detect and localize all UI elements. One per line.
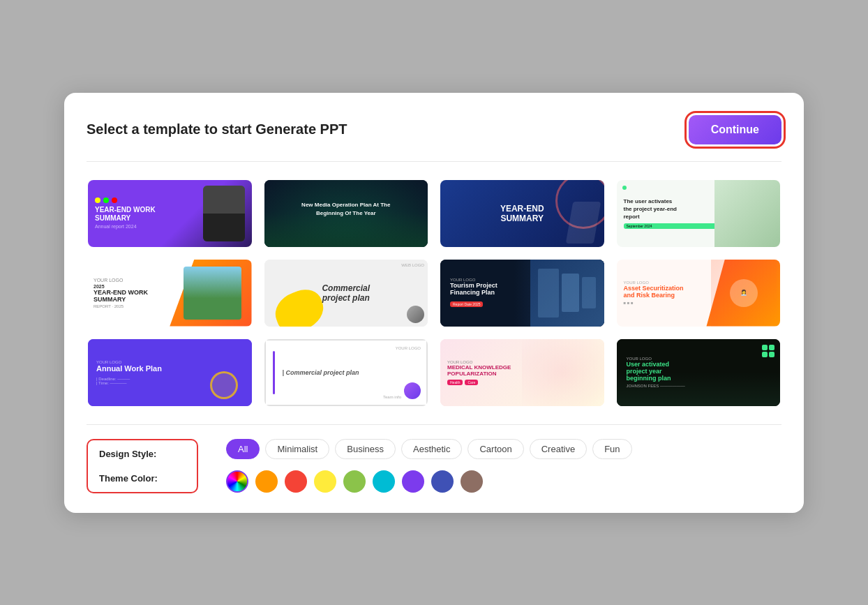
template-card-2[interactable]: New Media Operation Plan At TheBeginning…	[263, 179, 430, 248]
color-swatch-green[interactable]	[343, 470, 366, 493]
template-card-3[interactable]: YEAR-ENDSUMMARY	[439, 179, 606, 248]
card-badge-7: Report Date 2025	[450, 301, 483, 307]
filter-btn-creative[interactable]: Creative	[530, 439, 587, 459]
modal-header: Select a template to start Generate PPT …	[87, 115, 781, 144]
card-title-12: User activatedproject yearbeginning plan	[627, 361, 771, 382]
card-title-2: New Media Operation Plan At TheBeginning…	[301, 201, 390, 216]
card-photo-1	[203, 186, 245, 241]
template-modal: Select a template to start Generate PPT …	[64, 93, 804, 513]
color-swatch-brown[interactable]	[461, 470, 483, 493]
color-swatch-yellow[interactable]	[314, 470, 336, 493]
filter-btn-fun[interactable]: Fun	[592, 439, 631, 459]
templates-grid: YEAR-END WORKSUMMARY Annual report 2024 …	[87, 179, 781, 408]
template-card-12[interactable]: YOUR LOGO User activatedproject yearbegi…	[615, 338, 782, 408]
color-swatches-row	[226, 470, 781, 493]
template-card-8[interactable]: 👩‍💼 YOUR LOGO Asset Securitizationand Ri…	[615, 258, 782, 328]
card-title-5: YEAR-END WORKSUMMARY	[93, 289, 148, 303]
color-swatch-orange[interactable]	[255, 470, 278, 493]
filter-btn-minimalist[interactable]: Minimalist	[265, 439, 329, 459]
modal-title: Select a template to start Generate PPT	[87, 121, 347, 137]
template-card-9[interactable]: YOUR LOGO Annual Work Plan | Deadline: —…	[87, 338, 253, 408]
card-title-10: | Commercial project plan	[283, 369, 359, 376]
card-subtitle-12: JOHNSON FEES ——————	[627, 384, 771, 388]
card-title-6: Commercialproject plan	[322, 283, 370, 303]
card-text-area-1: YEAR-END WORKSUMMARY Annual report 2024	[95, 197, 203, 229]
bottom-panel: Design Style: Theme Color: All Minimalis…	[87, 424, 781, 493]
template-card-4[interactable]: The user activatesthe project year-endre…	[615, 179, 782, 248]
color-swatch-cyan[interactable]	[373, 470, 395, 493]
filter-btn-aesthetic[interactable]: Aesthetic	[401, 439, 462, 459]
card-title-3: YEAR-ENDSUMMARY	[500, 204, 544, 223]
style-section: Design Style: Theme Color:	[87, 439, 198, 493]
template-card-1[interactable]: YEAR-END WORKSUMMARY Annual report 2024	[87, 179, 253, 248]
color-swatch-rainbow[interactable]	[226, 470, 248, 493]
color-swatch-purple[interactable]	[402, 470, 424, 493]
filter-btn-cartoon[interactable]: Cartoon	[467, 439, 523, 459]
card-title-8: Asset Securitizationand Risk Bearing	[624, 285, 774, 299]
continue-button[interactable]: Continue	[689, 115, 781, 144]
filter-btn-business[interactable]: Business	[335, 439, 396, 459]
template-card-11[interactable]: YOUR LOGO MEDICAL KNOWLEDGEPOPULARIZATIO…	[439, 338, 606, 408]
template-card-6[interactable]: WEB LOGO Commercialproject plan	[263, 258, 430, 328]
card-title-7: Tourism ProjectFinancing Plan	[450, 282, 497, 296]
filter-buttons-row: All Minimalist Business Aesthetic Cartoo…	[226, 439, 781, 459]
header-divider	[87, 161, 781, 162]
card-title-11: MEDICAL KNOWLEDGEPOPULARIZATION	[447, 364, 597, 377]
filter-btn-all[interactable]: All	[226, 439, 260, 459]
template-card-5[interactable]: YOUR LOGO 2025 YEAR-END WORKSUMMARY REPO…	[87, 258, 253, 328]
card-badges-11: Health Care	[447, 380, 597, 385]
color-swatch-red[interactable]	[285, 470, 307, 493]
template-card-7[interactable]: YOUR LOGO Tourism ProjectFinancing Plan …	[439, 258, 606, 328]
card-title-9: Annual Work Plan	[96, 364, 244, 373]
template-card-10[interactable]: YOUR LOGO Team info | Commercial project…	[263, 338, 430, 408]
theme-color-label: Theme Color:	[99, 473, 186, 484]
color-swatch-blue[interactable]	[431, 470, 454, 493]
card-title-1: YEAR-END WORKSUMMARY	[95, 206, 203, 223]
card-subtitle-1: Annual report 2024	[95, 224, 203, 229]
design-style-label: Design Style:	[99, 449, 186, 459]
bottom-content: All Minimalist Business Aesthetic Cartoo…	[226, 439, 781, 493]
